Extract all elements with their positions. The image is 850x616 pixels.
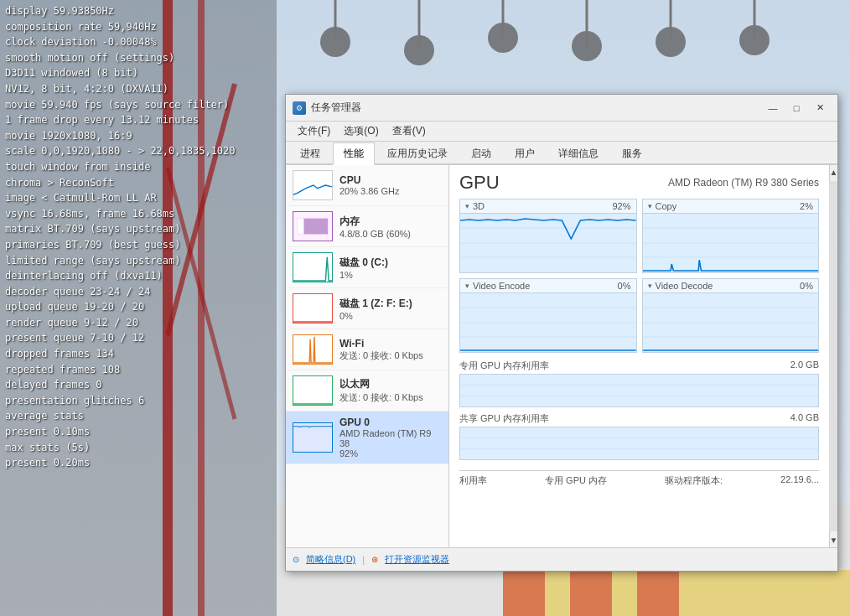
resource-monitor-link[interactable]: 打开资源监视器 bbox=[385, 553, 449, 566]
overlay-line: vsync 16.68ms, frame 16.68ms bbox=[5, 206, 272, 222]
menu-options[interactable]: 选项(O) bbox=[337, 122, 385, 140]
gpu-chart bbox=[293, 422, 333, 453]
gpu-detail-panel: GPU AMD Radeon (TM) R9 380 Series ▾ 3D 9… bbox=[449, 165, 829, 547]
maximize-button[interactable]: □ bbox=[785, 99, 807, 117]
overlay-line: decoder queue 23-24 / 24 bbox=[5, 284, 272, 300]
tab-startup[interactable]: 启动 bbox=[460, 142, 502, 163]
cpu-chart bbox=[293, 170, 333, 200]
memory-value: 4.8/8.0 GB (60%) bbox=[339, 229, 442, 239]
status-driver-label: 驱动程序版本: bbox=[665, 474, 723, 487]
tab-details[interactable]: 详细信息 bbox=[547, 142, 609, 163]
cpu-info: CPU 20% 3.86 GHz bbox=[339, 174, 442, 196]
ethernet-name: 以太网 bbox=[339, 377, 442, 391]
shared-memory-bar bbox=[459, 427, 819, 460]
gpu-encode-header: ▾ Video Encode 0% bbox=[460, 279, 636, 293]
overlay-line: average stats bbox=[5, 408, 272, 424]
sidebar-item-memory[interactable]: 内存 4.8/8.0 GB (60%) bbox=[286, 206, 448, 247]
svg-rect-20 bbox=[570, 570, 612, 616]
gpu-decode-percent: 0% bbox=[800, 281, 813, 291]
overlay-line: dropped frames 134 bbox=[5, 346, 272, 362]
overlay-line: present queue 7-10 / 12 bbox=[5, 330, 272, 346]
overlay-line: delayed frames 0 bbox=[5, 377, 272, 393]
overlay-line: deinterlacing off (dxva11) bbox=[5, 268, 272, 284]
gpu-encode-percent: 0% bbox=[618, 281, 631, 291]
gpu-3d-canvas bbox=[460, 214, 636, 272]
sidebar-item-ethernet[interactable]: 以太网 发送: 0 接收: 0 Kbps bbox=[286, 370, 448, 412]
expand-icon-decode: ▾ bbox=[648, 282, 652, 290]
overlay-line: primaries BT.709 (best guess) bbox=[5, 237, 272, 253]
shared-gpu-memory-section: 共享 GPU 内存利用率 4.0 GB bbox=[459, 412, 819, 460]
expand-icon-encode: ▾ bbox=[465, 282, 469, 290]
close-button[interactable]: ✕ bbox=[809, 99, 831, 117]
disk0-name: 磁盘 0 (C:) bbox=[339, 256, 442, 270]
sidebar-item-gpu[interactable]: GPU 0 AMD Radeon (TM) R9 38 92% bbox=[286, 412, 448, 464]
scroll-down-arrow[interactable]: ▼ bbox=[830, 533, 837, 547]
dedicated-gpu-memory-section: 专用 GPU 内存利用率 2.0 GB bbox=[459, 360, 819, 407]
overlay-line: scale 0,0,1920,1080 - > 22,0,1835,1020 bbox=[5, 143, 272, 159]
gpu-info: GPU 0 AMD Radeon (TM) R9 38 92% bbox=[339, 417, 442, 458]
gpu-encode-label-text: Video Encode bbox=[473, 281, 530, 291]
tab-app-history[interactable]: 应用历史记录 bbox=[376, 142, 459, 163]
gpu-copy-header: ▾ Copy 2% bbox=[643, 199, 819, 214]
scroll-track bbox=[829, 181, 838, 531]
overlay-line: NV12, 8 bit, 4:2:0 (DXVA11) bbox=[5, 81, 272, 97]
tab-performance[interactable]: 性能 bbox=[333, 142, 375, 165]
overlay-line: max stats (5s) bbox=[5, 440, 272, 456]
tab-services[interactable]: 服务 bbox=[611, 142, 653, 163]
gpu-3d-label: ▾ 3D bbox=[465, 201, 485, 211]
disk1-name: 磁盘 1 (Z: F: E:) bbox=[339, 297, 442, 311]
gpu-decode-section: ▾ Video Decode 0% bbox=[642, 278, 820, 353]
menu-view[interactable]: 查看(V) bbox=[386, 122, 433, 140]
gpu-copy-label-text: Copy bbox=[656, 201, 677, 211]
memory-info: 内存 4.8/8.0 GB (60%) bbox=[339, 215, 442, 239]
gpu-3d-header: ▾ 3D 92% bbox=[460, 199, 636, 214]
overlay-line: clock deviation -0.00048% bbox=[5, 34, 272, 50]
wifi-info: Wi-Fi 发送: 0 接收: 0 Kbps bbox=[339, 338, 442, 362]
sidebar-item-cpu[interactable]: CPU 20% 3.86 GHz bbox=[286, 165, 448, 206]
scroll-up-arrow[interactable]: ▲ bbox=[830, 165, 837, 179]
svg-rect-40 bbox=[460, 375, 818, 406]
status-utilization: 利用率 bbox=[459, 474, 487, 487]
overlay-line: limited range (says upstream) bbox=[5, 253, 272, 269]
overlay-line: D3D11 windowed (8 bit) bbox=[5, 65, 272, 81]
gpu-decode-header: ▾ Video Decode 0% bbox=[643, 279, 819, 293]
gpu-encode-label: ▾ Video Encode bbox=[465, 281, 530, 291]
sidebar-item-disk0[interactable]: 磁盘 0 (C:) 1% bbox=[286, 247, 448, 288]
wifi-name: Wi-Fi bbox=[339, 338, 442, 349]
disk1-value: 0% bbox=[339, 311, 442, 321]
overlay-line: matrix BT.709 (says upstream) bbox=[5, 221, 272, 237]
sidebar-item-disk1[interactable]: 磁盘 1 (Z: F: E:) 0% bbox=[286, 288, 448, 329]
overlay-line: display 59.93850Hz bbox=[5, 3, 272, 19]
gpu-copy-canvas bbox=[643, 214, 819, 272]
overlay-line: movie 1920x1080, 16:9 bbox=[5, 128, 272, 144]
minimize-button[interactable]: — bbox=[762, 99, 784, 117]
circle-icon: ⊙ bbox=[293, 555, 299, 564]
cpu-name: CPU bbox=[339, 174, 442, 186]
status-bar: ⊙ 简略信息(D) | ⊛ 打开资源监视器 bbox=[286, 547, 837, 571]
overlay-line: present 0.20ms bbox=[5, 455, 272, 471]
disk1-info: 磁盘 1 (Z: F: E:) 0% bbox=[339, 297, 442, 321]
menu-file[interactable]: 文件(F) bbox=[291, 122, 337, 140]
overlay-line: image < Catmull-Rom LL AR bbox=[5, 190, 272, 206]
gpu-copy-percent: 2% bbox=[800, 201, 813, 211]
brief-info-link[interactable]: 简略信息(D) bbox=[306, 553, 355, 566]
brief-info-wrap: ⊙ 简略信息(D) bbox=[293, 553, 355, 566]
dedicated-memory-label: 专用 GPU 内存利用率 bbox=[459, 360, 549, 372]
dedicated-memory-bar bbox=[459, 374, 819, 407]
taskmanager-icon: ⚙ bbox=[293, 101, 306, 115]
gpu-decode-label-text: Video Decode bbox=[656, 281, 713, 291]
gpu-status-row: 利用率 专用 GPU 内存 驱动程序版本: 22.19.6... bbox=[459, 470, 819, 490]
gpu-3d-percent: 92% bbox=[612, 201, 630, 211]
overlay-line: chroma > ReconSoft bbox=[5, 175, 272, 191]
gpu-copy-section: ▾ Copy 2% bbox=[642, 199, 820, 273]
overlay-line: render queue 9-12 / 20 bbox=[5, 315, 272, 331]
right-scrollbar[interactable]: ▲ ▼ bbox=[829, 165, 837, 547]
menu-bar: 文件(F) 选项(O) 查看(V) bbox=[286, 122, 837, 142]
disk0-info: 磁盘 0 (C:) 1% bbox=[339, 256, 442, 280]
memory-name: 内存 bbox=[339, 215, 442, 229]
tab-users[interactable]: 用户 bbox=[504, 142, 546, 163]
gpu-panel-header: GPU AMD Radeon (TM) R9 380 Series bbox=[459, 172, 819, 194]
memory-chart bbox=[293, 211, 333, 241]
sidebar-item-wifi[interactable]: Wi-Fi 发送: 0 接收: 0 Kbps bbox=[286, 329, 448, 370]
tab-process[interactable]: 进程 bbox=[289, 142, 331, 163]
